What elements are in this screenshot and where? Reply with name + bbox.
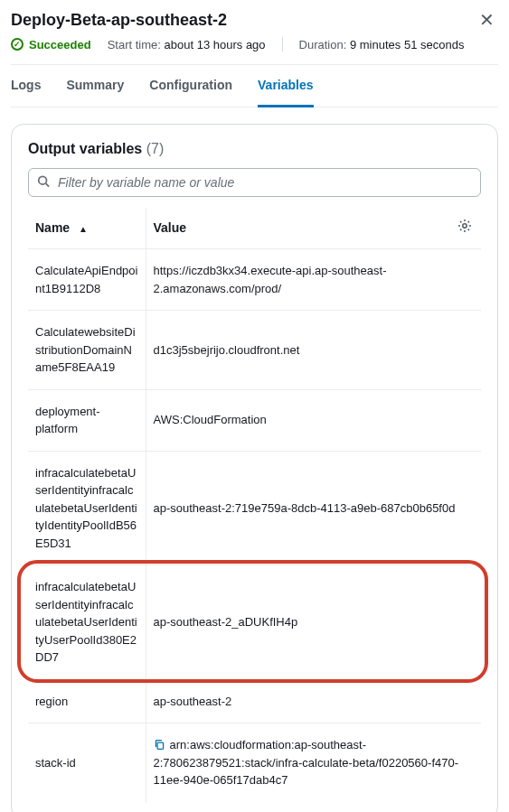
table-row: infracalculatebetaUserIdentityinfracalcu…: [28, 451, 481, 565]
page-title: Deploy-Beta-ap-southeast-2: [11, 11, 227, 30]
column-name-label: Name: [35, 220, 70, 235]
duration-value: 9 minutes 51 seconds: [350, 38, 464, 51]
status-bar: Succeeded Start time: about 13 hours ago…: [11, 37, 498, 65]
sort-asc-icon: ▲: [79, 224, 88, 234]
start-time-value: about 13 hours ago: [165, 38, 266, 51]
variables-table: Name ▲ Value: [28, 208, 481, 802]
search-icon: [37, 175, 50, 191]
cell-value: d1c3j5sbejrijo.cloudfront.net: [146, 311, 481, 390]
divider: [282, 37, 283, 51]
table-row: region ap-southeast-2: [28, 679, 481, 723]
success-icon: [11, 38, 24, 51]
tab-variables[interactable]: Variables: [258, 65, 314, 107]
tab-summary[interactable]: Summary: [66, 65, 124, 107]
output-variables-panel: Output variables (7) Name ▲ Va: [11, 124, 498, 812]
search-input[interactable]: [28, 168, 481, 197]
start-time-label: Start time:: [108, 38, 161, 51]
close-button[interactable]: ✕: [476, 11, 498, 29]
table-row-highlighted: infracalculatebetaUserIdentityinfracalcu…: [28, 565, 481, 680]
duration: Duration: 9 minutes 51 seconds: [299, 38, 465, 51]
table-row: CalculatewebsiteDistributionDomainName5F…: [28, 311, 481, 390]
cell-value: arn:aws:cloudformation:ap-southeast-2:78…: [146, 723, 481, 802]
svg-rect-3: [157, 742, 164, 749]
cell-value: AWS:CloudFormation: [146, 389, 481, 451]
cell-name: CalculateApiEndpoint1B9112D8: [28, 249, 146, 311]
table-row: deployment-platform AWS:CloudFormation: [28, 389, 481, 451]
column-header-name[interactable]: Name ▲: [28, 208, 146, 249]
cell-name: stack-id: [28, 723, 146, 802]
search-box: [28, 168, 481, 197]
panel-count: (7): [146, 141, 165, 156]
cell-name: CalculatewebsiteDistributionDomainName5F…: [28, 311, 146, 390]
panel-title: Output variables (7): [28, 141, 481, 157]
settings-icon[interactable]: [457, 219, 472, 236]
table-row: stack-id arn:aws:cloudformation:ap-south…: [28, 723, 481, 802]
status-badge: Succeeded: [11, 38, 91, 51]
cell-name: region: [28, 679, 146, 723]
panel-title-text: Output variables: [28, 141, 142, 156]
svg-point-2: [463, 224, 467, 228]
status-text: Succeeded: [29, 38, 91, 51]
cell-value: https://iczdb3kx34.execute-api.ap-southe…: [146, 249, 481, 311]
copy-icon[interactable]: [154, 738, 165, 750]
cell-name: infracalculatebetaUserIdentityinfracalcu…: [28, 565, 146, 680]
table-row: CalculateApiEndpoint1B9112D8 https://icz…: [28, 249, 481, 311]
cell-value: ap-southeast-2_aDUKfIH4p: [146, 565, 481, 680]
column-value-label: Value: [154, 220, 187, 235]
cell-value: ap-southeast-2: [146, 679, 481, 723]
tab-bar: Logs Summary Configuration Variables: [11, 65, 498, 107]
cell-value: ap-southeast-2:719e759a-8dcb-4113-a9eb-6…: [146, 451, 481, 565]
svg-line-1: [46, 183, 50, 187]
duration-label: Duration:: [299, 38, 347, 51]
tab-logs[interactable]: Logs: [11, 65, 41, 107]
cell-name: deployment-platform: [28, 389, 146, 451]
start-time: Start time: about 13 hours ago: [108, 38, 266, 51]
svg-point-0: [39, 176, 47, 184]
tab-configuration[interactable]: Configuration: [149, 65, 232, 107]
cell-name: infracalculatebetaUserIdentityinfracalcu…: [28, 451, 146, 565]
column-header-value[interactable]: Value: [146, 208, 481, 249]
stack-id-value: arn:aws:cloudformation:ap-southeast-2:78…: [154, 738, 459, 787]
